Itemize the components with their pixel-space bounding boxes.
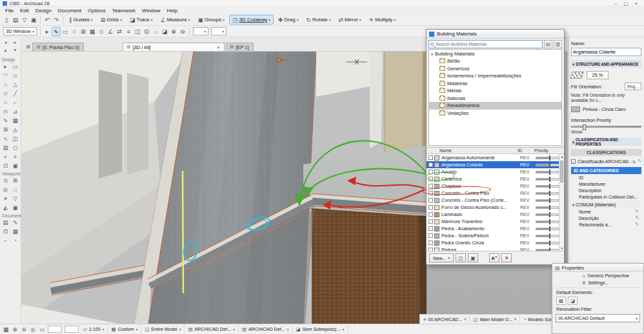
detail-view-icon[interactable]: ▥: [554, 40, 562, 48]
viewpoint-tool-icon[interactable]: ⊞: [11, 177, 20, 185]
section-structure-appearance[interactable]: ▾ STRUCTURE AND APPEARANCE: [571, 60, 641, 68]
material-checkbox-icon[interactable]: [428, 177, 433, 181]
viewpoint-tool-icon[interactable]: ⊙: [1, 177, 10, 185]
design-tool-icon[interactable]: ◻: [11, 144, 20, 152]
toolbar-button[interactable]: ⇄ Mirror ▾: [335, 15, 364, 25]
priority-slider[interactable]: [536, 185, 559, 188]
document-tool-icon[interactable]: ▤: [1, 219, 10, 227]
surface-swatch[interactable]: [571, 106, 580, 112]
toolbar-button[interactable]: ▣ Groups ▾: [194, 15, 228, 25]
design-tool-icon[interactable]: ⊿: [11, 108, 20, 116]
search-input[interactable]: [436, 42, 541, 46]
toolbox-nav-icon[interactable]: ◂: [1, 39, 10, 46]
priority-slider[interactable]: [536, 157, 559, 159]
design-tool-icon[interactable]: ≡: [11, 153, 20, 161]
settings-button-icon[interactable]: ▣: [468, 253, 478, 262]
checkbox-checked-icon[interactable]: ✓: [571, 159, 576, 164]
priority-slider[interactable]: [536, 221, 559, 223]
tree-folder-item[interactable]: Revestimentos: [429, 102, 561, 110]
design-tool-icon[interactable]: ◫: [11, 135, 20, 143]
viewpoint-tool-icon[interactable]: ▣: [11, 204, 20, 212]
edit-icon[interactable]: ✎: [635, 222, 639, 227]
quick-options-dropdown[interactable]: ≡ 00 ARCHICAD... ▾: [420, 314, 470, 324]
viewport-tab[interactable]: ⊞ [EP 1] ×: [226, 43, 254, 51]
tool-icon[interactable]: ◪: [160, 27, 169, 36]
properties-row[interactable]: ◇ Generic Perspective: [552, 272, 643, 279]
material-row[interactable]: Pintura REV: [427, 246, 564, 251]
tool-icon[interactable]: ⊖: [178, 27, 187, 36]
design-tool-icon[interactable]: ⌖: [1, 153, 10, 161]
material-row[interactable]: Chapisco REV: [427, 182, 564, 190]
tool-icon[interactable]: ◫: [133, 27, 142, 36]
priority-slider[interactable]: [536, 164, 559, 166]
tool-icon[interactable]: ▦: [88, 27, 97, 36]
viewpoint-tool-icon[interactable]: ◭: [1, 204, 10, 212]
design-tool-icon[interactable]: ⌐: [11, 99, 20, 107]
material-checkbox-icon[interactable]: [428, 212, 433, 217]
minimize-icon[interactable]: –: [610, 0, 621, 7]
delete-button-icon[interactable]: ×: [501, 253, 512, 262]
toolbar-button[interactable]: ◳ 3D Cutaway ▾: [229, 15, 274, 25]
design-tool-icon[interactable]: ╱: [11, 90, 20, 98]
tool-icon[interactable]: ⊡: [142, 27, 151, 36]
close-icon[interactable]: ×: [631, 0, 641, 7]
quick-options-dropdown[interactable]: ▦ Custom ▾: [108, 324, 142, 334]
material-row[interactable]: Pedra - Acabamento REV: [427, 225, 564, 232]
tree-folder-item[interactable]: Naturais: [429, 95, 561, 103]
toolbox-nav-icon[interactable]: ▴: [1, 46, 10, 54]
comum-property-row[interactable]: Relacionado à... ✎: [571, 221, 641, 228]
properties-row[interactable]: ⚙ Settings...: [552, 279, 643, 286]
id-and-categories-header[interactable]: ID AND CATEGORIES: [571, 167, 641, 174]
material-checkbox-icon[interactable]: [428, 233, 433, 238]
design-tool-icon[interactable]: ∿: [1, 135, 10, 143]
toolbox-section-design[interactable]: Design: [0, 56, 21, 63]
design-tool-icon[interactable]: ⊞: [1, 126, 10, 134]
toolbox-nav-icon[interactable]: ▸: [11, 39, 20, 46]
material-checkbox-icon[interactable]: [428, 184, 433, 188]
undo-redo-icon[interactable]: ↶: [43, 15, 52, 25]
design-tool-icon[interactable]: ▸: [1, 63, 10, 71]
priority-slider[interactable]: [536, 171, 559, 173]
material-checkbox-icon[interactable]: [428, 205, 433, 210]
material-checkbox-icon[interactable]: [428, 219, 433, 224]
tool-icon[interactable]: ▭: [61, 27, 70, 36]
file-tool-icon[interactable]: ▽: [20, 15, 29, 25]
toolbox-section-viewpoint[interactable]: Viewpoint: [0, 170, 21, 177]
toolbox-section-document[interactable]: Document: [0, 212, 21, 219]
tool-icon[interactable]: ∠: [106, 27, 115, 36]
quick-options-dropdown[interactable]: ▤ ARCHICAD Def... ▾: [185, 324, 239, 334]
renovation-filter-dropdown[interactable]: 00 ARCHICAD Default ▾: [556, 314, 640, 322]
file-tool-icon[interactable]: ▯: [2, 15, 11, 25]
material-checkbox-icon[interactable]: [428, 248, 433, 251]
scroll-down-icon[interactable]: ▼: [559, 246, 564, 250]
default-element-icon[interactable]: ◪: [568, 297, 578, 305]
design-tool-icon[interactable]: ▦: [11, 117, 20, 125]
duplicate-button-icon[interactable]: ◫: [456, 253, 466, 262]
design-tool-icon[interactable]: ◇: [1, 90, 10, 98]
material-row[interactable]: Cerâmica REV: [427, 175, 564, 182]
tree-folder-item[interactable]: Genéricos: [429, 65, 561, 73]
undo-redo-icon[interactable]: ↷: [52, 15, 61, 25]
design-tool-icon[interactable]: ◬: [11, 126, 20, 134]
statusbar-field[interactable]: [48, 326, 62, 333]
material-checkbox-icon[interactable]: [428, 162, 433, 167]
priority-slider[interactable]: [536, 192, 559, 195]
file-tool-icon[interactable]: ▤: [11, 15, 20, 25]
material-checkbox-icon[interactable]: [428, 198, 433, 202]
column-id[interactable]: ID: [518, 148, 534, 153]
default-element-icon[interactable]: ▦: [556, 297, 566, 305]
statusbar-icon[interactable]: ▦: [1, 326, 10, 333]
material-name-input[interactable]: [571, 48, 641, 56]
tree-folder-item[interactable]: Isolamentos / Impermeabilizações: [429, 72, 561, 80]
rename-button[interactable]: A⁺: [489, 253, 499, 262]
surface-name[interactable]: Pintura - Cinza Claro: [583, 106, 626, 112]
menu-item[interactable]: Document: [55, 7, 85, 14]
palette-title-bar[interactable]: Building Materials: [427, 30, 564, 39]
material-row[interactable]: Argamassa Autonivelante REV: [427, 154, 564, 161]
tool-icon[interactable]: ⊕: [169, 27, 178, 36]
scroll-up-icon[interactable]: ▲: [559, 155, 564, 159]
column-name[interactable]: Name: [427, 148, 518, 153]
properties-header[interactable]: ▤ Properties: [552, 264, 643, 272]
document-tool-icon[interactable]: ▦: [11, 228, 20, 236]
material-checkbox-icon[interactable]: [428, 155, 433, 160]
